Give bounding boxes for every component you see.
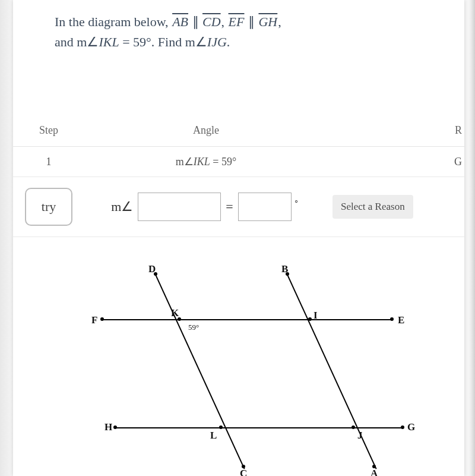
point-I xyxy=(308,317,312,321)
segment-GH: GH xyxy=(258,14,278,29)
segment-AB: AB xyxy=(172,14,189,29)
point-J xyxy=(352,425,355,429)
degree-symbol: ∘ xyxy=(294,196,299,206)
label-G: G xyxy=(407,421,415,433)
m-angle-label: m∠ xyxy=(111,199,133,215)
point-G xyxy=(401,425,404,429)
label-A: A xyxy=(370,468,378,476)
line-BA xyxy=(287,275,376,469)
line-HG xyxy=(115,427,403,428)
text: = 59°. Find m∠ xyxy=(119,34,207,49)
parallel-symbol: ∥ xyxy=(248,14,258,29)
text: = 59° xyxy=(210,156,236,168)
line-DC xyxy=(155,275,245,469)
reason-cell: G xyxy=(328,147,464,177)
select-reason-button[interactable]: Select a Reason xyxy=(332,195,413,219)
angle-59-label: 59° xyxy=(188,323,199,332)
point-L xyxy=(219,425,223,429)
header-step: Step xyxy=(13,115,84,147)
geometry-diagram: 59° D B F K I E H L J G C A xyxy=(61,255,417,469)
text: and m∠ xyxy=(55,34,99,49)
label-I: I xyxy=(314,310,318,321)
angle-name: IKL xyxy=(194,156,210,168)
label-F: F xyxy=(91,314,97,326)
text: In the diagram below, xyxy=(55,14,172,29)
angle-name: IKL xyxy=(99,34,119,49)
text: , xyxy=(278,14,281,29)
try-button[interactable]: try xyxy=(25,188,72,226)
label-E: E xyxy=(398,314,404,326)
label-C: C xyxy=(240,468,247,476)
label-L: L xyxy=(210,430,217,442)
step-number: 1 xyxy=(13,147,84,177)
angle-name-input[interactable] xyxy=(138,193,221,221)
angle-name: IJG xyxy=(207,34,227,49)
text: . xyxy=(227,34,230,49)
header-reason: R xyxy=(328,115,464,147)
parallel-symbol: ∥ xyxy=(192,14,202,29)
table-row: try m∠ = ∘ Select a Reason xyxy=(13,177,464,237)
table-row: 1 m∠IKL = 59° G xyxy=(13,147,464,177)
equals-sign: = xyxy=(226,199,233,215)
header-angle: Angle xyxy=(84,115,328,147)
point-H xyxy=(113,425,117,429)
label-B: B xyxy=(281,263,288,275)
text: , xyxy=(221,14,228,29)
label-J: J xyxy=(357,430,363,442)
line-FE xyxy=(102,319,392,320)
point-E xyxy=(390,317,394,321)
problem-statement: In the diagram below, AB ∥ CD, EF ∥ GH, … xyxy=(13,0,429,52)
segment-CD: CD xyxy=(202,14,221,29)
label-D: D xyxy=(148,263,156,275)
proof-table: Step Angle R 1 m∠IKL = 59° G try m∠ xyxy=(13,115,464,237)
angle-cell: m∠IKL = 59° xyxy=(84,147,328,177)
point-F xyxy=(100,317,104,321)
angle-input-row: m∠ = ∘ xyxy=(89,193,323,221)
text: m∠ xyxy=(176,156,194,168)
segment-EF: EF xyxy=(228,14,245,29)
angle-value-input[interactable] xyxy=(238,193,292,221)
label-H: H xyxy=(104,421,112,433)
label-K: K xyxy=(171,307,179,319)
